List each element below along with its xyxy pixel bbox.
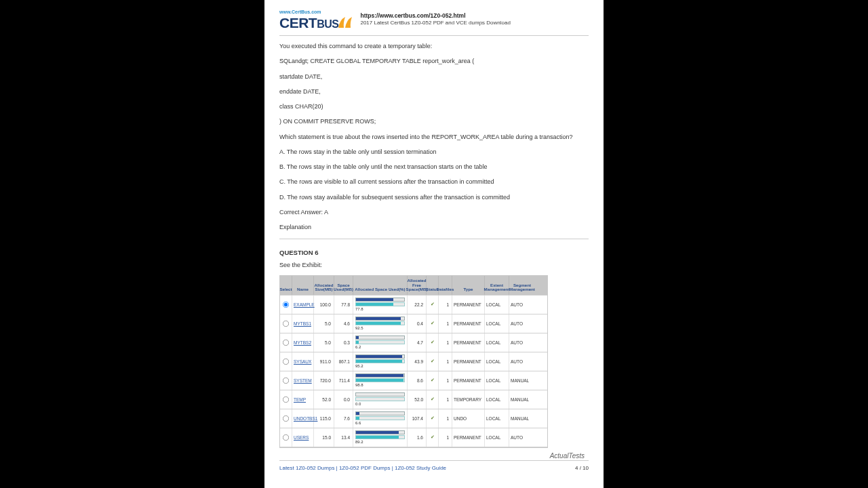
table-row: UNDOTBS1115.07.66.6107.4✔1UNDOLOCALMANUA… (280, 409, 547, 428)
row-type: PERMANENT (452, 352, 485, 371)
th-name: Name (292, 276, 314, 295)
row-select[interactable] (280, 296, 292, 314)
row-radio[interactable] (283, 302, 289, 308)
row-datafiles: 1 (439, 409, 452, 428)
row-seg: AUTO (509, 352, 535, 371)
header-subtitle: 2017 Latest CertBus 1Z0-052 PDF and VCE … (360, 20, 510, 26)
row-alloc: 5.0 (314, 333, 334, 352)
th-ext: Extent Management (485, 276, 509, 295)
row-pct-bar: 89.2 (353, 428, 408, 447)
row-name-link[interactable]: EXAMPLE (292, 296, 314, 314)
row-select[interactable] (280, 409, 292, 428)
row-used: 711.4 (334, 371, 353, 390)
row-used: 7.6 (334, 409, 353, 428)
document-page: www.CertBus.com CERTBUS https://www.cert… (264, 0, 604, 488)
row-datafiles: 1 (439, 314, 452, 333)
row-select[interactable] (280, 314, 292, 333)
row-datafiles: 1 (439, 352, 452, 371)
q-answer: Correct Answer: A (279, 209, 589, 216)
row-used: 867.1 (334, 352, 353, 371)
row-ext: LOCAL (485, 428, 509, 447)
th-seg: Segment Management (509, 276, 535, 295)
header-text: https://www.certbus.com/1Z0-052.html 201… (360, 12, 510, 26)
row-used: 4.6 (334, 314, 353, 333)
row-name-link[interactable]: USERS (292, 428, 314, 447)
header-url-line: https://www.certbus.com/1Z0-052.html (360, 12, 510, 20)
row-name-link[interactable]: MYTBS2 (292, 333, 314, 352)
q-option-d: D. The rows stay available for subsequen… (279, 194, 589, 201)
row-status-icon: ✔ (427, 314, 439, 333)
row-type: PERMANENT (452, 333, 485, 352)
q-option-b: B. The rows stay in the table only until… (279, 163, 589, 171)
page-footer: Latest 1Z0-052 Dumps | 1Z0-052 PDF Dumps… (279, 460, 589, 471)
row-pct-bar: 77.8 (353, 296, 408, 314)
row-radio[interactable] (283, 434, 289, 441)
see-exhibit: See the Exhibit: (279, 262, 589, 268)
row-name-link[interactable]: UNDOTBS1 (292, 409, 314, 428)
row-type: PERMANENT (452, 296, 485, 314)
row-free: 4.7 (408, 333, 427, 352)
row-name-link[interactable]: SYSAUX (292, 352, 314, 371)
q-sql-2: startdate DATE, (279, 73, 589, 81)
row-select[interactable] (280, 352, 292, 371)
row-name-link[interactable]: SYSTEM (292, 371, 314, 390)
row-free: 52.0 (408, 390, 427, 409)
q-prompt: Which statement is true about the rows i… (279, 134, 589, 141)
row-used: 77.8 (334, 296, 353, 314)
q-sql-4: class CHAR(20) (279, 103, 589, 110)
row-radio[interactable] (283, 321, 289, 327)
question-separator (279, 239, 589, 239)
row-seg: AUTO (509, 428, 535, 447)
row-ext: LOCAL (485, 314, 509, 333)
row-ext: LOCAL (485, 390, 509, 409)
row-status-icon: ✔ (427, 428, 439, 447)
row-datafiles: 1 (439, 390, 452, 409)
row-select[interactable] (280, 371, 292, 390)
row-status-icon: ✔ (427, 352, 439, 371)
row-alloc: 720.0 (314, 371, 334, 390)
row-alloc: 5.0 (314, 314, 334, 333)
row-pct-bar: 6.6 (353, 409, 408, 428)
logo: www.CertBus.com CERTBUS (279, 9, 353, 30)
row-radio[interactable] (283, 340, 289, 346)
row-free: 8.6 (408, 371, 427, 390)
footer-links[interactable]: Latest 1Z0-052 Dumps | 1Z0-052 PDF Dumps… (279, 465, 446, 471)
row-alloc: 911.0 (314, 352, 334, 371)
row-alloc: 100.0 (314, 296, 334, 314)
row-select[interactable] (280, 390, 292, 409)
q-sql-1: SQLandgt; CREATE GLOBAL TEMPORARY TABLE … (279, 58, 589, 65)
header-separator (279, 35, 589, 36)
table-row: MYTBS15.04.692.50.4✔1PERMANENTLOCALAUTO (280, 314, 547, 333)
row-radio[interactable] (283, 359, 289, 365)
row-name-link[interactable]: TEMP (292, 390, 314, 409)
row-free: 1.6 (408, 428, 427, 447)
row-seg: MANUAL (509, 409, 535, 428)
row-pct-bar: 95.2 (353, 352, 408, 371)
row-radio[interactable] (283, 396, 289, 403)
th-used: Space Used(MB) (334, 276, 353, 295)
row-free: 107.4 (408, 409, 427, 428)
th-type: Type (452, 276, 485, 295)
q-explanation: Explanation (279, 224, 589, 231)
row-select[interactable] (280, 428, 292, 447)
row-alloc: 52.0 (314, 390, 334, 409)
row-datafiles: 1 (439, 371, 452, 390)
q-option-c: C. The rows are visible to all current s… (279, 178, 589, 186)
row-seg: AUTO (509, 333, 535, 352)
row-radio[interactable] (283, 415, 289, 422)
page-header: www.CertBus.com CERTBUS https://www.cert… (279, 9, 589, 30)
row-seg: MANUAL (509, 371, 535, 390)
row-name-link[interactable]: MYTBS1 (292, 314, 314, 333)
q-intro: You executed this command to create a te… (279, 43, 589, 50)
row-type: PERMANENT (452, 428, 485, 447)
q-sql-3: enddate DATE, (279, 88, 589, 96)
th-alloc: Allocated Size(MB) (314, 276, 334, 295)
th-pct: Allocated Space Used(%) (353, 276, 408, 295)
table-row: MYTBS25.00.36.24.7✔1PERMANENTLOCALAUTO (280, 333, 547, 352)
row-select[interactable] (280, 333, 292, 352)
row-status-icon: ✔ (427, 390, 439, 409)
table-row: TEMP52.00.00.052.0✔1TEMPORARYLOCALMANUAL (280, 390, 547, 409)
row-ext: LOCAL (485, 333, 509, 352)
row-radio[interactable] (283, 378, 289, 384)
row-pct-bar: 6.2 (353, 333, 408, 352)
